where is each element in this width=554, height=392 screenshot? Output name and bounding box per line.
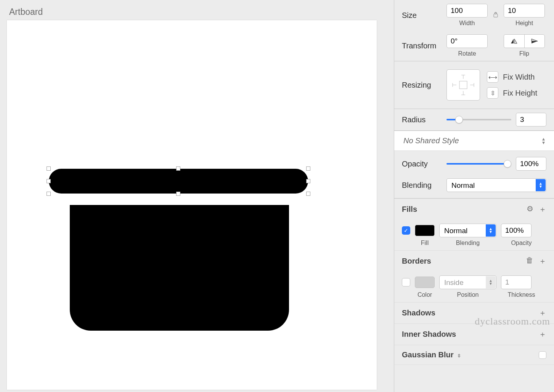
selection-handle-middle-right[interactable] xyxy=(306,179,310,183)
gaussian-blur-header: Gaussian Blur ⇳ xyxy=(394,345,554,365)
fix-width-row[interactable]: ⟷ Fix Width xyxy=(487,69,537,85)
fix-height-row[interactable]: ⇳ Fix Height xyxy=(487,85,537,101)
fills-title: Fills xyxy=(402,205,417,214)
radius-slider[interactable] xyxy=(446,119,511,120)
height-caption: Height xyxy=(515,20,533,27)
border-thickness-input[interactable] xyxy=(501,275,532,289)
selection-handle-top-middle[interactable] xyxy=(176,166,180,171)
gaussian-blur-title: Gaussian Blur ⇳ xyxy=(402,350,461,359)
add-inner-shadow-icon[interactable]: ＋ xyxy=(539,329,546,339)
artboard[interactable] xyxy=(7,20,377,390)
radius-label: Radius xyxy=(402,115,442,124)
flip-buttons xyxy=(504,34,545,48)
fix-width-icon: ⟷ xyxy=(487,71,498,83)
selection-handle-bottom-middle[interactable] xyxy=(176,192,180,196)
fix-height-icon: ⇳ xyxy=(487,87,498,99)
opacity-slider[interactable] xyxy=(446,163,511,165)
selection-handle-bottom-left[interactable] xyxy=(47,192,51,196)
inspector-panel: Size Width Height Transform Rotate xyxy=(394,0,554,392)
add-fill-icon[interactable]: ＋ xyxy=(539,204,546,214)
fills-header: Fills ⚙ ＋ xyxy=(394,198,554,220)
fill-enabled-checkbox[interactable]: ✓ xyxy=(402,226,410,235)
radius-input[interactable] xyxy=(516,113,546,126)
shadows-title: Shadows xyxy=(402,309,435,317)
shape-body[interactable] xyxy=(70,205,289,331)
shared-style-row[interactable]: No Shared Style ▴▾ xyxy=(394,131,554,151)
add-shadow-icon[interactable]: ＋ xyxy=(539,308,546,318)
shadows-header: Shadows ＋ xyxy=(394,302,554,323)
height-input[interactable] xyxy=(504,4,545,18)
rotate-caption: Rotate xyxy=(458,50,476,57)
blending-label: Blending xyxy=(402,181,442,190)
svg-rect-8 xyxy=(459,81,467,89)
borders-header: Borders 🗑 ＋ xyxy=(394,250,554,272)
fill-color-swatch[interactable] xyxy=(415,225,435,236)
resizing-row: Resizing ⟷ Fix Width ⇳ Fix Height xyxy=(394,61,554,109)
fill-opacity-input[interactable] xyxy=(501,224,532,237)
rotate-input[interactable] xyxy=(446,34,488,48)
size-row: Size Width Height xyxy=(394,0,554,30)
flip-caption: Flip xyxy=(519,50,529,57)
gaussian-blur-checkbox[interactable] xyxy=(539,351,546,359)
resize-constraints-diagram[interactable] xyxy=(446,69,480,101)
selection-handle-top-right[interactable] xyxy=(306,166,310,171)
canvas-area: Artboard xyxy=(0,0,394,392)
width-input[interactable] xyxy=(446,4,488,18)
inner-shadows-title: Inner Shadows xyxy=(402,330,456,339)
transform-label: Transform xyxy=(402,42,442,50)
blending-row: Blending Normal ▲▼ xyxy=(394,174,554,198)
width-caption: Width xyxy=(459,20,475,27)
border-color-swatch[interactable] xyxy=(415,277,435,288)
resizing-label: Resizing xyxy=(402,81,442,90)
fill-item-row: ✓ Normal ▲▼ xyxy=(394,220,554,240)
lock-icon[interactable] xyxy=(492,11,499,19)
flip-vertical-button[interactable] xyxy=(525,35,545,48)
borders-title: Borders xyxy=(402,257,431,266)
fix-width-label: Fix Width xyxy=(503,73,535,82)
fix-height-label: Fix Height xyxy=(503,89,537,98)
opacity-row: Opacity xyxy=(394,151,554,174)
border-enabled-checkbox[interactable] xyxy=(402,278,410,286)
updown-icon: ▴▾ xyxy=(542,137,545,145)
add-border-icon[interactable]: ＋ xyxy=(539,256,546,266)
updown-icon[interactable]: ⇳ xyxy=(457,353,461,358)
artboard-label[interactable]: Artboard xyxy=(9,7,387,17)
trash-icon[interactable]: 🗑 xyxy=(526,256,533,266)
selection-handle-top-left[interactable] xyxy=(47,166,51,171)
shared-style-text: No Shared Style xyxy=(403,136,459,145)
inner-shadows-header: Inner Shadows ＋ xyxy=(394,323,554,345)
gear-icon[interactable]: ⚙ xyxy=(527,204,533,214)
border-captions: Color Position Thickness xyxy=(394,291,554,302)
fill-captions: Fill Blending Opacity xyxy=(394,240,554,250)
selected-shape-lid[interactable] xyxy=(49,169,308,194)
opacity-input[interactable] xyxy=(516,157,546,171)
selection-handle-middle-left[interactable] xyxy=(47,179,51,183)
blending-select[interactable]: Normal xyxy=(446,178,546,192)
opacity-label: Opacity xyxy=(402,160,442,168)
flip-horizontal-button[interactable] xyxy=(504,35,525,48)
fill-blending-select[interactable]: Normal xyxy=(439,224,496,237)
transform-row: Transform Rotate Flip xyxy=(394,30,554,61)
border-position-select[interactable]: Inside xyxy=(439,275,496,289)
size-label: Size xyxy=(402,11,442,20)
selection-handle-bottom-right[interactable] xyxy=(306,192,310,196)
border-item-row: Inside ▲▼ xyxy=(394,272,554,291)
radius-row: Radius xyxy=(394,109,554,131)
